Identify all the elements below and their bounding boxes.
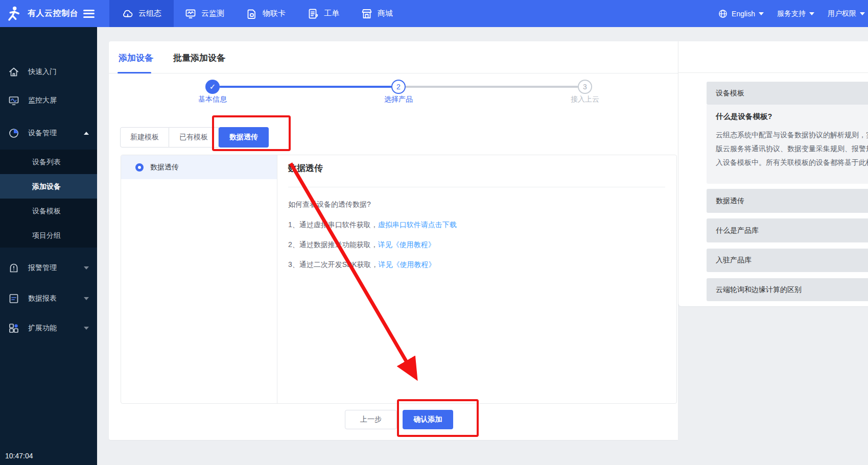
hamburger-menu-icon[interactable] — [83, 10, 95, 18]
sidebar-item-device-list[interactable]: 设备列表 — [0, 150, 97, 174]
download-virtual-serial-link[interactable]: 虚拟串口软件请点击下载 — [378, 221, 457, 229]
tutorial-link-sdk[interactable]: 详见《使用教程》 — [379, 260, 436, 268]
brand[interactable]: 有人云控制台 — [0, 0, 97, 27]
main-content-card: 添加设备 批量添加设备 ✓ 2 3 基本信息 选择产品 接入上云 新建模板 已有… — [109, 41, 678, 440]
confirm-add-button[interactable]: 确认添加 — [403, 410, 453, 429]
nav-tab-mall[interactable]: 商城 — [350, 0, 404, 27]
user-permissions-menu[interactable]: 用户权限 — [828, 9, 865, 18]
report-document-icon — [8, 292, 20, 305]
step-2-circle: 2 — [391, 80, 406, 94]
chevron-down-icon — [860, 12, 865, 15]
navbar-right: English 服务支持 用户权限 — [718, 0, 867, 27]
sidebar-item-alarm-management[interactable]: 报警管理 — [0, 254, 97, 282]
passthrough-content-box: 数据透传 数据透传 如何查看设备的透传数据? 1、通过虚拟串口软件获取，虚拟串口… — [121, 155, 677, 404]
detail-title: 数据透传 — [288, 162, 323, 174]
sidebar-item-project-group[interactable]: 项目分组 — [0, 223, 97, 248]
radio-checked-icon[interactable] — [135, 163, 144, 172]
template-passthrough-button[interactable]: 数据透传 — [219, 127, 269, 148]
template-new-button[interactable]: 新建模板 — [120, 127, 169, 148]
work-order-icon — [307, 8, 319, 20]
nav-tab-cloud-scada[interactable]: 云组态 — [109, 0, 174, 27]
top-navbar: 有人云控制台 云组态 云监测 — [0, 0, 868, 27]
instruction-line: 1、通过虚拟串口软件获取，虚拟串口软件请点击下载 — [288, 221, 457, 230]
tab-batch-add-device[interactable]: 批量添加设备 — [173, 52, 225, 64]
step-2-label: 选择产品 — [358, 95, 439, 104]
sim-card-icon — [246, 8, 258, 20]
help-panel: 设备模板 什么是设备模板? 云组态系统中配置与设备数据协议的解析规则，实 版云服… — [678, 41, 868, 306]
chevron-down-icon — [84, 297, 89, 300]
device-management-icon — [8, 127, 20, 139]
usr-person-logo-icon — [5, 5, 22, 22]
help-section-what-is-product-library[interactable]: 什么是产品库 — [707, 218, 868, 242]
cloud-icon — [122, 8, 134, 20]
instruction-line: 2、通过数据推送功能获取，详见《使用教程》 — [288, 240, 435, 250]
help-section-body: 什么是设备模板? 云组态系统中配置与设备数据协议的解析规则，实 版云服务将通讯协… — [707, 105, 868, 184]
big-screen-icon — [8, 94, 20, 107]
service-support-menu[interactable]: 服务支持 — [777, 9, 814, 18]
stepper-connector-pending — [405, 86, 578, 88]
chevron-down-icon — [84, 327, 89, 330]
alarm-bell-icon — [8, 262, 20, 274]
step-1-circle: ✓ — [205, 80, 220, 94]
left-sidebar: 快速入门 监控大屏 设备管理 设备列表 添加设备 设备模板 项目分组 — [0, 27, 97, 465]
template-existing-button[interactable]: 已有模板 — [169, 127, 219, 148]
help-section-data-passthrough[interactable]: 数据透传 — [707, 189, 868, 213]
help-body-paragraph: 云组态系统中配置与设备数据协议的解析规则，实 版云服务将通讯协议、数据变量采集规… — [716, 128, 868, 169]
option-list-pane: 数据透传 — [121, 155, 277, 403]
sidebar-clock: 10:47:04 — [5, 452, 33, 460]
step-3-label: 接入上云 — [544, 95, 626, 104]
help-section-device-template[interactable]: 设备模板 — [707, 82, 868, 105]
help-body-title: 什么是设备模板? — [716, 112, 868, 121]
home-icon — [8, 66, 20, 78]
sidebar-item-device-template[interactable]: 设备模板 — [0, 199, 97, 223]
stepper-connector-done — [219, 86, 392, 88]
active-tab-underline — [118, 72, 151, 74]
chevron-down-icon — [84, 266, 89, 270]
sidebar-item-extended-functions[interactable]: 扩展功能 — [0, 314, 97, 342]
template-type-group: 新建模板 已有模板 数据透传 — [120, 127, 269, 148]
tutorial-link-data-push[interactable]: 详见《使用教程》 — [378, 240, 435, 249]
previous-step-button[interactable]: 上一步 — [345, 410, 397, 429]
navbar-menu: 云组态 云监测 物联卡 — [109, 0, 404, 27]
nav-tab-iot-sim[interactable]: 物联卡 — [235, 0, 296, 27]
device-management-submenu: 设备列表 添加设备 设备模板 项目分组 — [0, 150, 97, 248]
extensions-grid-icon — [8, 322, 20, 334]
sidebar-item-monitor-screen[interactable]: 监控大屏 — [0, 86, 97, 115]
help-section-cloud-polling-vs-edge[interactable]: 云端轮询和边缘计算的区别 — [707, 278, 868, 301]
chevron-down-icon — [809, 12, 814, 15]
brand-title: 有人云控制台 — [28, 8, 78, 19]
sidebar-item-device-management[interactable]: 设备管理 — [0, 119, 97, 148]
chevron-down-icon — [759, 12, 764, 15]
step-3-circle: 3 — [578, 80, 592, 94]
title-divider — [288, 187, 665, 187]
nav-tab-work-order[interactable]: 工单 — [296, 0, 350, 27]
sidebar-item-quick-start[interactable]: 快速入门 — [0, 58, 97, 86]
store-icon — [361, 8, 373, 20]
help-section-join-product-library[interactable]: 入驻产品库 — [707, 249, 868, 272]
sidebar-item-add-device[interactable]: 添加设备 — [0, 174, 97, 199]
globe-icon — [718, 9, 728, 19]
help-top-strip — [678, 41, 868, 73]
sidebar-item-data-report[interactable]: 数据报表 — [0, 284, 97, 313]
step-1-label: 基本信息 — [172, 95, 253, 104]
monitor-icon — [184, 8, 197, 20]
tab-add-device[interactable]: 添加设备 — [119, 52, 153, 64]
detail-pane: 数据透传 如何查看设备的透传数据? 1、通过虚拟串口软件获取，虚拟串口软件请点击… — [278, 155, 676, 403]
instruction-line: 3、通过二次开发SDK获取，详见《使用教程》 — [288, 260, 436, 270]
question-text: 如何查看设备的透传数据? — [288, 200, 371, 209]
chevron-up-icon — [84, 132, 89, 135]
nav-tab-cloud-monitor[interactable]: 云监测 — [174, 0, 235, 27]
page-tabs: 添加设备 批量添加设备 — [109, 41, 678, 74]
option-data-passthrough[interactable]: 数据透传 — [121, 155, 277, 179]
language-switcher[interactable]: English — [718, 9, 764, 19]
